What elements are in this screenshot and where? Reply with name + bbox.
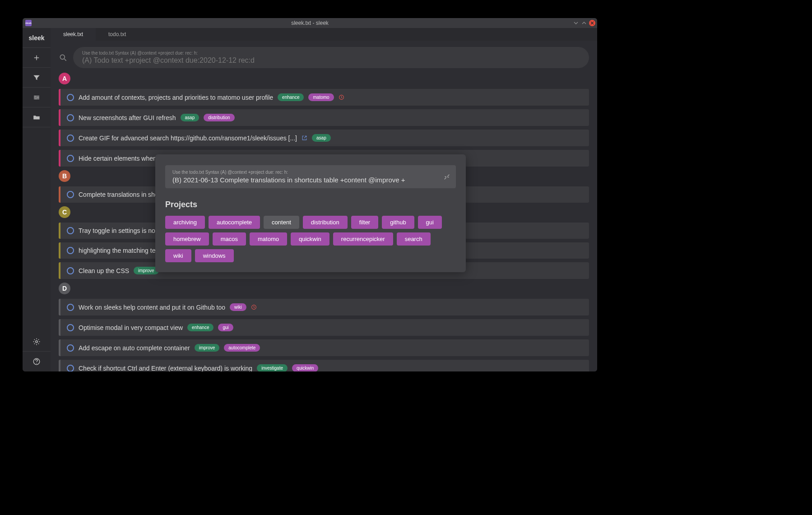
project-pill-search[interactable]: search xyxy=(397,232,431,246)
app-window: sleek sleek.txt - sleek sleek xyxy=(23,18,597,371)
svg-point-2 xyxy=(35,98,36,99)
tag-improve[interactable]: improve xyxy=(195,344,220,352)
todo-text: Add amount of contexts, projects and pri… xyxy=(79,94,273,101)
modal-heading: Projects xyxy=(165,200,456,209)
checkbox-icon[interactable] xyxy=(67,247,74,254)
svg-point-0 xyxy=(35,95,36,96)
settings-toggle-button[interactable] xyxy=(23,88,51,107)
checkbox-icon[interactable] xyxy=(67,304,74,311)
compress-icon xyxy=(443,173,450,181)
tag-investigate[interactable]: investigate xyxy=(257,364,288,371)
maximize-button[interactable] xyxy=(581,20,587,26)
search-row: Use the todo.txt Syntax (A) @context +pr… xyxy=(51,41,597,68)
external-link-icon[interactable] xyxy=(302,135,307,141)
todo-item[interactable]: New screenshots after GUI refreshasapdis… xyxy=(59,109,589,126)
checkbox-icon[interactable] xyxy=(67,344,74,352)
tag-enhance[interactable]: enhance xyxy=(187,324,213,331)
sliders-icon xyxy=(32,93,41,102)
minimize-button[interactable] xyxy=(573,20,579,26)
project-pills: archivingautocompletecontentdistribution… xyxy=(165,216,456,262)
modal-input[interactable]: Use the todo.txt Syntax (A) @context +pr… xyxy=(165,165,456,188)
tag-quickwin[interactable]: quickwin xyxy=(292,364,318,371)
checkbox-icon[interactable] xyxy=(67,155,74,162)
add-button[interactable] xyxy=(23,48,51,68)
tag-asap[interactable]: asap xyxy=(181,114,200,121)
svg-point-1 xyxy=(37,97,38,97)
todo-text: Clean up the CSS xyxy=(79,267,129,274)
checkbox-icon[interactable] xyxy=(67,227,74,234)
checkbox-icon[interactable] xyxy=(67,191,74,198)
svg-point-5 xyxy=(36,363,37,364)
tab-todo-txt[interactable]: todo.txt xyxy=(96,28,139,41)
todo-item[interactable]: Optimise modal in very compact viewenhan… xyxy=(59,319,589,336)
tag-matomo[interactable]: matomo xyxy=(308,93,334,101)
sidebar: sleek xyxy=(23,28,51,371)
todo-text: Optimise modal in very compact view xyxy=(79,324,183,331)
search-input[interactable]: Use the todo.txt Syntax (A) @context +pr… xyxy=(73,47,589,68)
clock-icon xyxy=(251,304,257,310)
checkbox-icon[interactable] xyxy=(67,324,74,331)
preferences-button[interactable] xyxy=(23,332,51,352)
window-controls xyxy=(573,20,595,26)
tag-enhance[interactable]: enhance xyxy=(278,93,304,101)
filter-button[interactable] xyxy=(23,68,51,88)
project-pill-archiving[interactable]: archiving xyxy=(165,216,205,229)
checkbox-icon[interactable] xyxy=(67,365,74,372)
tabs: sleek.txttodo.txt xyxy=(51,28,597,41)
tag-gui[interactable]: gui xyxy=(218,324,233,331)
folder-icon xyxy=(32,113,41,121)
window-title: sleek.txt - sleek xyxy=(291,20,329,26)
modal-value: (B) 2021-06-13 Complete translations in … xyxy=(172,176,449,184)
checkbox-icon[interactable] xyxy=(67,267,74,274)
project-pill-distribution[interactable]: distribution xyxy=(303,216,348,229)
plus-icon xyxy=(32,54,41,62)
priority-header-C: C xyxy=(59,206,70,218)
help-button[interactable] xyxy=(23,352,51,371)
search-hint: Use the todo.txt Syntax (A) @context +pr… xyxy=(82,51,580,56)
project-pill-recurrencepicker[interactable]: recurrencepicker xyxy=(333,232,393,246)
project-pill-github[interactable]: github xyxy=(382,216,414,229)
todo-item[interactable]: Work on sleeks help content and put it o… xyxy=(59,299,589,315)
tag-asap[interactable]: asap xyxy=(312,134,331,142)
svg-point-3 xyxy=(36,340,38,343)
project-pill-matomo[interactable]: matomo xyxy=(250,232,287,246)
project-pill-filter[interactable]: filter xyxy=(351,216,379,229)
checkbox-icon[interactable] xyxy=(67,135,74,142)
svg-point-6 xyxy=(60,55,65,59)
todo-item[interactable]: Add amount of contexts, projects and pri… xyxy=(59,89,589,106)
todo-text: Check if shortcut Ctrl and Enter (extern… xyxy=(79,365,252,372)
project-pill-quickwin[interactable]: quickwin xyxy=(291,232,329,246)
priority-header-B: B xyxy=(59,170,70,182)
todo-item[interactable]: Check if shortcut Ctrl and Enter (extern… xyxy=(59,360,589,371)
clock-icon xyxy=(339,94,344,100)
todo-item[interactable]: Add escape on auto complete containerimp… xyxy=(59,339,589,356)
checkbox-icon[interactable] xyxy=(67,114,74,121)
open-file-button[interactable] xyxy=(23,107,51,127)
project-pill-windows[interactable]: windows xyxy=(195,249,234,262)
todo-text: Complete translations in shor xyxy=(79,191,160,198)
project-pill-homebrew[interactable]: homebrew xyxy=(165,232,209,246)
checkbox-icon[interactable] xyxy=(67,94,74,101)
todo-text: Add escape on auto complete container xyxy=(79,344,190,352)
tag-autocomplete[interactable]: autocomplete xyxy=(224,344,260,352)
autocomplete-modal: Use the todo.txt Syntax (A) @context +pr… xyxy=(155,154,466,272)
tag-distribution[interactable]: distribution xyxy=(204,114,234,121)
todo-item[interactable]: Create GIF for advanced search https://g… xyxy=(59,130,589,146)
tag-wiki[interactable]: wiki xyxy=(230,303,246,311)
close-button[interactable] xyxy=(589,20,595,26)
title-bar: sleek sleek.txt - sleek xyxy=(23,18,597,28)
sidebar-logo: sleek xyxy=(23,28,51,48)
project-pill-macos[interactable]: macos xyxy=(213,232,246,246)
search-icon xyxy=(59,53,68,62)
tab-sleek-txt[interactable]: sleek.txt xyxy=(51,28,96,41)
gear-icon xyxy=(32,338,41,346)
project-pill-content[interactable]: content xyxy=(264,216,299,229)
collapse-button[interactable] xyxy=(443,173,450,181)
project-pill-gui[interactable]: gui xyxy=(418,216,442,229)
project-pill-wiki[interactable]: wiki xyxy=(165,249,191,262)
project-pill-autocomplete[interactable]: autocomplete xyxy=(209,216,260,229)
modal-hint: Use the todo.txt Syntax (A) @context +pr… xyxy=(172,170,449,175)
todo-text: Work on sleeks help content and put it o… xyxy=(79,304,225,311)
funnel-icon xyxy=(32,74,41,82)
app-icon: sleek xyxy=(25,20,32,26)
